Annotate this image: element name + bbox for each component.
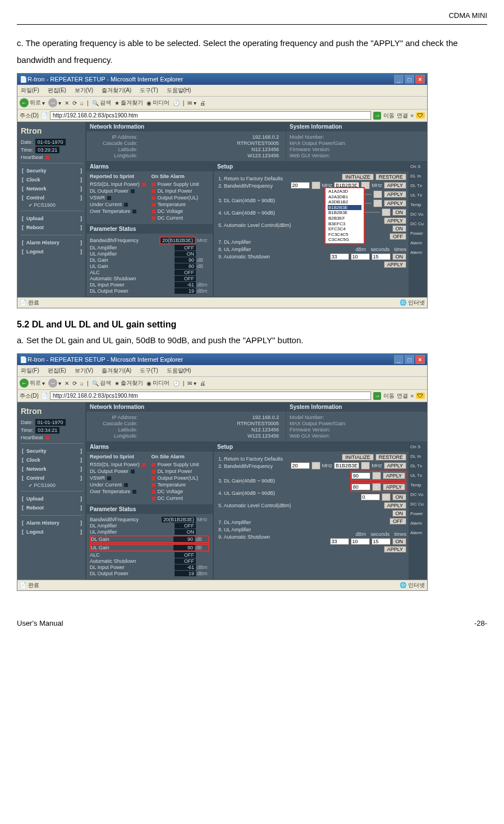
go-button[interactable]: → bbox=[373, 392, 381, 400]
nav-reboot[interactable]: [ Reboot] bbox=[21, 223, 83, 232]
network-info-panel: Network Information IP Address:192.168.0… bbox=[86, 122, 286, 162]
page-footer: User's Manual -28- bbox=[17, 619, 487, 627]
nav-logout[interactable]: [ Logout] bbox=[21, 247, 83, 256]
apply-ulgain-button[interactable]: APPLY bbox=[384, 200, 406, 207]
sidebar: Rtron Date:01-01-1970 Time:03:29:21 Hear… bbox=[17, 122, 86, 297]
asd-sec-input[interactable]: 10 bbox=[351, 253, 370, 260]
restore-button[interactable]: RESTORE bbox=[375, 454, 406, 461]
menu-tools[interactable]: 도구(T) bbox=[140, 87, 158, 93]
window-title: R-tron - REPEATER SETUP - Microsoft Inte… bbox=[28, 76, 393, 83]
spinner-icon[interactable]: ▴ bbox=[373, 190, 382, 198]
menu-view[interactable]: 보기(V) bbox=[75, 87, 93, 93]
menu-help[interactable]: 도움말(H) bbox=[167, 87, 191, 93]
dl-gain-input[interactable]: 90 bbox=[351, 472, 370, 479]
main-area: Network Information IP Address:192.168.0… bbox=[86, 122, 427, 297]
status-bar: 📄 완료 🌐 인터넷 bbox=[17, 297, 427, 308]
links-label[interactable]: 연결 bbox=[397, 112, 408, 120]
asd-on-button[interactable]: ON bbox=[392, 253, 407, 260]
nav-control[interactable]: [ Control] bbox=[21, 193, 83, 202]
ip-label: IP Address: bbox=[90, 134, 141, 140]
min-button[interactable]: _ bbox=[394, 75, 404, 84]
bw-input[interactable]: 20 bbox=[291, 182, 310, 189]
alarm-right-col: Power Supply Unit DL Input Power Output … bbox=[152, 180, 210, 222]
refresh-button[interactable]: ⟳ bbox=[72, 100, 77, 106]
nav-security[interactable]: [ Security] bbox=[21, 166, 83, 175]
dl-gain-highlight: DL Gain90dB bbox=[90, 535, 209, 543]
apply-dlgain-button[interactable]: APPLY bbox=[383, 472, 405, 479]
initialize-button[interactable]: INITIALIZE bbox=[342, 174, 374, 180]
paragraph-c: c. The operating frequency is able to be… bbox=[17, 35, 487, 69]
paragraph-a: a. Set the DL gain and UL gain, 50dB to … bbox=[17, 332, 487, 349]
page-icon: 📄 bbox=[41, 112, 48, 119]
bw-freq-value: 20(B1B2B3E) bbox=[159, 236, 196, 244]
apply-ulgain-button[interactable]: APPLY bbox=[383, 484, 405, 490]
media-button[interactable]: ◉미디어 bbox=[146, 99, 169, 107]
url-input[interactable]: http://192.168.0.2:83/pcs1900.htm bbox=[50, 391, 372, 400]
home-button[interactable]: ⌂ bbox=[80, 100, 84, 106]
mail-button[interactable]: ✉ ▾ bbox=[187, 100, 196, 106]
menu-fav[interactable]: 즐겨찾기(A) bbox=[102, 87, 131, 93]
min-button[interactable]: _ bbox=[394, 355, 404, 364]
apply-dlgain-button[interactable]: APPLY bbox=[384, 191, 406, 198]
restore-button[interactable]: RESTORE bbox=[375, 174, 406, 180]
fav-button[interactable]: ★즐겨찾기 bbox=[114, 99, 143, 107]
nav-clock[interactable]: [ Clock] bbox=[21, 175, 83, 184]
forward-button[interactable]: → ▾ bbox=[48, 379, 61, 388]
initialize-button[interactable]: INITIALIZE bbox=[342, 454, 374, 461]
asd-times-input[interactable]: 15 bbox=[372, 253, 391, 260]
date-value: 01-01-1970 bbox=[35, 139, 66, 145]
ul-gain-input[interactable]: 80 bbox=[351, 484, 370, 490]
footer-left: User's Manual bbox=[17, 619, 63, 627]
max-button[interactable]: □ bbox=[405, 355, 414, 364]
back-button[interactable]: ←뒤로 ▾ bbox=[20, 98, 45, 107]
back-button[interactable]: ←뒤로 ▾ bbox=[20, 379, 45, 388]
spinner-icon[interactable]: ▴ bbox=[382, 208, 391, 216]
alc-on-button[interactable]: ON bbox=[392, 209, 407, 216]
asd-apply-button[interactable]: APPLY bbox=[384, 261, 406, 268]
print-button[interactable]: 🖨 bbox=[200, 100, 205, 106]
stop-button[interactable]: ✕ bbox=[65, 100, 69, 106]
forward-button[interactable]: → ▾ bbox=[48, 98, 61, 107]
status-right: 인터넷 bbox=[408, 299, 425, 306]
header-rule bbox=[17, 24, 487, 25]
norton-icon[interactable]: 🛡 bbox=[416, 112, 425, 119]
apply-bw-button[interactable]: APPLY bbox=[384, 182, 406, 189]
time-value: 03:29:21 bbox=[35, 147, 59, 153]
nav-alarm-history[interactable]: [ Alarm History] bbox=[21, 238, 83, 247]
onset-panel: On S DL In DL Tx UL Tx Temp DC Vo DC Cu … bbox=[409, 162, 427, 297]
ul-gain-highlight: UL Gain80dB bbox=[90, 544, 209, 552]
nav-upload[interactable]: [ Upload] bbox=[21, 214, 83, 223]
ul-amp-off-button[interactable]: OFF bbox=[390, 233, 406, 240]
app-icon: 📄 bbox=[20, 356, 28, 363]
alarm-left-col: RSSI(DL Input Power) DL Output Power VSW… bbox=[90, 180, 148, 222]
onsite-alarm-header: On Site Alarm bbox=[152, 174, 210, 179]
go-button[interactable]: → bbox=[373, 112, 381, 120]
max-button[interactable]: □ bbox=[405, 75, 414, 84]
logo: Rtron bbox=[21, 407, 83, 416]
close-button[interactable]: × bbox=[415, 355, 425, 364]
apply-alc-button[interactable]: APPLY bbox=[384, 217, 406, 224]
freq-dropdown-open[interactable]: A1A2A3D A2A3DB1 A3DB1B2 B1B2B3E B1B2B3E … bbox=[324, 187, 365, 244]
toolbar: ←뒤로 ▾ → ▾ ✕ ⟳ ⌂ | 🔍검색 ★즐겨찾기 ◉미디어 🕘 | ✉ ▾… bbox=[17, 377, 427, 390]
time-value-2: 03:34:21 bbox=[35, 427, 59, 434]
time-label: Time: bbox=[21, 147, 33, 153]
bw-dropdown-icon[interactable]: ▾ bbox=[311, 181, 320, 189]
ul-gain-ctrl-highlight: 80▴APPLY bbox=[350, 482, 406, 492]
close-button[interactable]: × bbox=[415, 75, 425, 84]
search-button[interactable]: 🔍검색 bbox=[92, 99, 111, 107]
menubar: 파일(F) 편집(E) 보기(V) 즐겨찾기(A) 도구(T) 도움말(H) bbox=[17, 85, 427, 97]
network-info-header: Network Information bbox=[86, 122, 286, 131]
asd-dbm-input[interactable]: 33 bbox=[330, 253, 349, 260]
nav-control-sub[interactable]: PCS1900 bbox=[21, 202, 83, 208]
logo: Rtron bbox=[21, 126, 83, 135]
menu-edit[interactable]: 편집(E) bbox=[48, 87, 66, 93]
menu-file[interactable]: 파일(F) bbox=[21, 87, 39, 93]
history-button[interactable]: 🕘 bbox=[173, 100, 180, 106]
setup-header: Setup bbox=[214, 162, 409, 171]
gui-label: Web GUI Version: bbox=[290, 153, 333, 158]
url-input[interactable]: http://192.168.0.2:83/pcs1900.htm bbox=[50, 111, 372, 120]
param-status-header: Parameter Status bbox=[86, 224, 213, 234]
dl-amp-on-button[interactable]: ON bbox=[392, 225, 407, 232]
nav-network[interactable]: [ Network] bbox=[21, 184, 83, 193]
spinner-icon[interactable]: ▴ bbox=[373, 199, 382, 207]
